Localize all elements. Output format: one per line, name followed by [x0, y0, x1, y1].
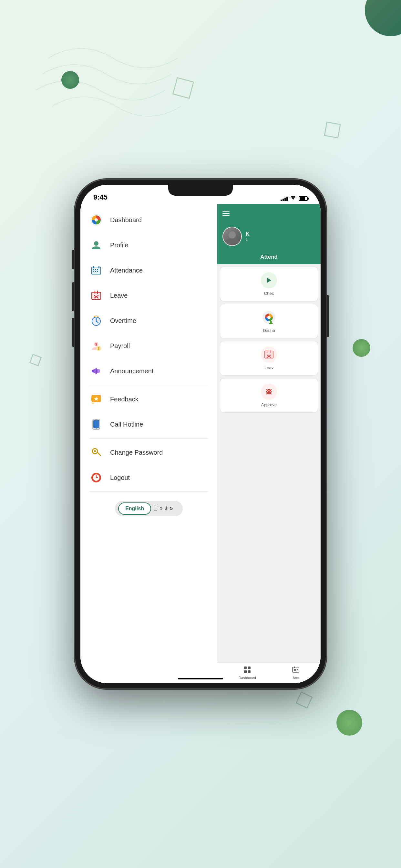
phone-notch	[168, 185, 233, 196]
menu-item-profile[interactable]: Profile	[81, 232, 217, 258]
bg-square-2	[324, 121, 341, 138]
svg-rect-6	[97, 269, 98, 270]
menu-item-feedback[interactable]: Feedback	[81, 386, 217, 412]
nav-attendance-label: Atte	[292, 676, 299, 680]
svg-point-1	[95, 218, 98, 221]
menu-item-leave[interactable]: Leave	[81, 283, 217, 308]
menu-label-call-hotline: Call Hotline	[110, 421, 143, 428]
svg-marker-42	[267, 278, 271, 283]
svg-point-20	[94, 316, 95, 317]
phone-device: 9:45	[74, 179, 327, 689]
svg-rect-69	[294, 666, 295, 668]
menu-item-logout[interactable]: Logout	[81, 465, 217, 490]
menu-item-announcement[interactable]: Announcement	[81, 359, 217, 383]
menu-item-attendance[interactable]: Attendance	[81, 258, 217, 283]
svg-rect-59	[244, 666, 247, 669]
attendance-icon	[89, 264, 103, 277]
leave-card-icon	[261, 346, 277, 363]
lang-btn-english[interactable]: English	[118, 502, 151, 515]
screen-content: Dashboard Profile	[81, 204, 320, 683]
menu-item-call-hotline[interactable]: Call Hotline	[81, 412, 217, 437]
bottom-nav: Dashboard	[217, 662, 320, 683]
menu-divider-2	[89, 438, 208, 438]
menu-item-dashboard[interactable]: Dashboard	[81, 207, 217, 232]
svg-rect-39	[222, 213, 229, 214]
menu-label-logout: Logout	[110, 474, 130, 482]
language-toggle: English မြန်မာ	[115, 501, 183, 516]
profile-name: K	[246, 231, 250, 237]
profile-avatar	[222, 227, 242, 246]
svg-rect-9	[97, 271, 98, 272]
avatar-image	[223, 227, 241, 245]
svg-rect-67	[294, 671, 295, 671]
bg-square-4	[296, 691, 312, 709]
status-time: 9:45	[93, 193, 107, 202]
menu-item-change-password[interactable]: Change Password	[81, 440, 217, 465]
svg-rect-34	[97, 452, 101, 456]
svg-rect-38	[222, 211, 229, 212]
profile-icon	[89, 238, 103, 252]
bg-circle-mid-right	[352, 339, 370, 357]
svg-rect-65	[295, 669, 296, 670]
approve-card-icon	[261, 383, 277, 400]
check-card-icon	[261, 272, 277, 288]
nav-item-attendance[interactable]: Atte	[292, 666, 299, 680]
call-hotline-icon	[89, 417, 103, 431]
svg-rect-8	[95, 271, 96, 272]
right-profile-area: K L	[217, 223, 320, 251]
menu-label-feedback: Feedback	[110, 396, 138, 403]
status-icons	[281, 196, 308, 202]
dashboard-card-label: Dashb	[263, 328, 275, 333]
right-card-dashboard[interactable]: Dashb	[220, 304, 318, 338]
svg-rect-7	[93, 271, 94, 272]
announcement-icon	[89, 364, 103, 378]
menu-divider-3	[89, 492, 208, 492]
menu-label-overtime: Overtime	[110, 317, 136, 324]
nav-item-dashboard[interactable]: Dashboard	[239, 666, 256, 680]
power-button	[327, 295, 329, 337]
bg-circle-top-right	[365, 0, 401, 36]
feedback-icon	[89, 392, 103, 406]
hamburger-icon[interactable]	[222, 210, 229, 218]
svg-rect-11	[98, 266, 99, 268]
right-card-approve[interactable]: Approve	[220, 378, 318, 413]
dashboard-card-icon	[261, 309, 277, 326]
svg-point-27	[96, 369, 97, 373]
svg-text:$: $	[98, 347, 100, 350]
svg-point-41	[228, 231, 236, 238]
svg-text:$: $	[95, 343, 97, 346]
right-card-check[interactable]: Chec	[220, 267, 318, 301]
svg-point-31	[96, 428, 97, 429]
bg-circle-bottom-right	[336, 710, 362, 736]
menu-label-attendance: Attendance	[110, 267, 143, 274]
logout-icon	[89, 471, 103, 485]
svg-rect-62	[248, 671, 251, 673]
approve-card-label: Approve	[261, 402, 277, 407]
svg-point-2	[94, 241, 98, 246]
volume-up-button	[72, 282, 74, 311]
menu-item-payroll[interactable]: $ $ Payroll	[81, 333, 217, 359]
svg-rect-46	[265, 351, 273, 358]
leave-icon	[89, 289, 103, 302]
menu-label-announcement: Announcement	[110, 368, 154, 375]
right-card-leave[interactable]: Leav	[220, 341, 318, 376]
menu-label-change-password: Change Password	[110, 449, 163, 456]
lang-btn-myanmar[interactable]: မြန်မာ	[151, 503, 180, 514]
right-cards: Chec	[217, 264, 320, 662]
svg-rect-70	[297, 666, 297, 668]
nav-attendance-icon	[292, 666, 299, 675]
svg-point-35	[94, 450, 96, 452]
wifi-icon	[290, 196, 296, 202]
svg-rect-30	[93, 420, 99, 428]
svg-rect-61	[244, 671, 247, 673]
change-password-icon	[89, 445, 103, 459]
overtime-icon	[89, 314, 103, 328]
svg-rect-40	[222, 215, 229, 216]
svg-rect-32	[95, 420, 97, 420]
payroll-icon: $ $	[89, 339, 103, 352]
menu-item-overtime[interactable]: Overtime	[81, 308, 217, 333]
dashboard-icon	[89, 213, 103, 227]
profile-role: L	[246, 237, 250, 242]
phone-outer-shell: 9:45	[74, 179, 327, 689]
right-panel: K L Attend	[217, 204, 320, 683]
